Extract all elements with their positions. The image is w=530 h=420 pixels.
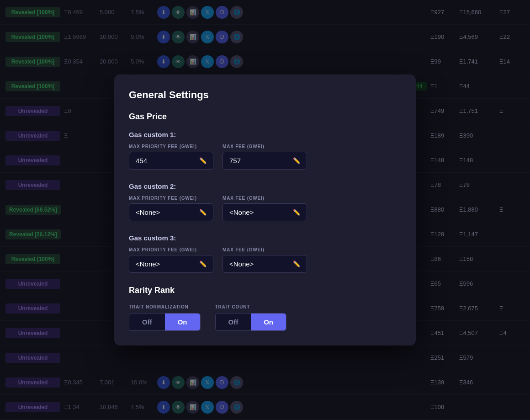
gas-custom-2-maxfee-label: MAX FEE (GWEI) — [223, 196, 307, 201]
gas-custom-3-maxfee-label: MAX FEE (GWEI) — [223, 247, 307, 252]
gas-custom-2-maxfee-value: <None> — [229, 208, 289, 216]
gas-custom-2-priority-edit-icon[interactable]: ✏️ — [199, 209, 207, 216]
trait-count-label: TRAIT COUNT — [215, 304, 287, 309]
gas-custom-3-priority-field: MAX PRIORITY FEE (GWEI) <None> ✏️ — [129, 247, 213, 273]
gas-custom-3-maxfee-value: <None> — [229, 260, 289, 268]
gas-custom-1-priority-field: MAX PRIORITY FEE (GWEI) 454 ✏️ — [129, 144, 213, 170]
trait-count-item: TRAIT COUNT Off On — [215, 304, 287, 331]
rarity-section-title: Rarity Rank — [129, 286, 401, 295]
rarity-section: Rarity Rank TRAIT NORMALIZATION Off On T… — [129, 286, 401, 331]
gas-custom-1-label: Gas custom 1: — [129, 131, 401, 138]
gas-custom-3-fields: MAX PRIORITY FEE (GWEI) <None> ✏️ MAX FE… — [129, 247, 401, 273]
trait-count-off-button[interactable]: Off — [216, 314, 251, 330]
trait-count-toggle[interactable]: Off On — [215, 313, 287, 331]
gas-custom-2-maxfee-input[interactable]: <None> ✏️ — [223, 203, 307, 221]
gas-custom-2-group: Gas custom 2: MAX PRIORITY FEE (GWEI) <N… — [129, 182, 401, 221]
gas-custom-2-maxfee-field: MAX FEE (GWEI) <None> ✏️ — [223, 196, 307, 221]
gas-custom-2-fields: MAX PRIORITY FEE (GWEI) <None> ✏️ MAX FE… — [129, 196, 401, 221]
gas-custom-1-maxfee-value: 757 — [229, 157, 289, 165]
gas-custom-3-priority-input[interactable]: <None> ✏️ — [129, 255, 213, 273]
gas-custom-2-label: Gas custom 2: — [129, 182, 401, 190]
trait-normalization-off-button[interactable]: Off — [129, 314, 165, 330]
modal-title: General Settings — [129, 89, 401, 101]
gas-custom-1-fields: MAX PRIORITY FEE (GWEI) 454 ✏️ MAX FEE (… — [129, 144, 401, 170]
gas-custom-1-priority-edit-icon[interactable]: ✏️ — [199, 157, 207, 164]
gas-custom-3-priority-value: <None> — [136, 260, 196, 268]
gas-custom-1-maxfee-edit-icon[interactable]: ✏️ — [293, 157, 300, 164]
gas-custom-2-priority-input[interactable]: <None> ✏️ — [129, 203, 213, 221]
trait-normalization-on-button[interactable]: On — [165, 314, 200, 330]
gas-custom-3-label: Gas custom 3: — [129, 234, 401, 242]
gas-custom-1-maxfee-field: MAX FEE (GWEI) 757 ✏️ — [223, 144, 307, 170]
gas-custom-1-priority-input[interactable]: 454 ✏️ — [129, 152, 213, 170]
gas-custom-1-maxfee-label: MAX FEE (GWEI) — [223, 144, 307, 149]
gas-custom-1-priority-label: MAX PRIORITY FEE (GWEI) — [129, 144, 213, 149]
general-settings-modal: General Settings Gas Price Gas custom 1:… — [114, 74, 416, 346]
trait-normalization-item: TRAIT NORMALIZATION Off On — [129, 304, 201, 331]
gas-custom-3-priority-edit-icon[interactable]: ✏️ — [199, 261, 207, 267]
gas-custom-3-maxfee-edit-icon[interactable]: ✏️ — [293, 261, 300, 267]
trait-normalization-toggle[interactable]: Off On — [129, 313, 201, 331]
gas-custom-1-maxfee-input[interactable]: 757 ✏️ — [223, 152, 307, 170]
toggle-row: TRAIT NORMALIZATION Off On TRAIT COUNT O… — [129, 304, 401, 331]
modal-overlay: General Settings Gas Price Gas custom 1:… — [0, 0, 530, 420]
gas-custom-1-group: Gas custom 1: MAX PRIORITY FEE (GWEI) 45… — [129, 131, 401, 170]
gas-custom-3-maxfee-input[interactable]: <None> ✏️ — [223, 255, 307, 273]
trait-normalization-label: TRAIT NORMALIZATION — [129, 304, 201, 309]
gas-custom-2-priority-field: MAX PRIORITY FEE (GWEI) <None> ✏️ — [129, 196, 213, 221]
gas-price-section-title: Gas Price — [129, 112, 401, 122]
gas-custom-1-priority-value: 454 — [136, 157, 196, 165]
gas-custom-3-maxfee-field: MAX FEE (GWEI) <None> ✏️ — [223, 247, 307, 273]
trait-count-on-button[interactable]: On — [251, 314, 286, 330]
gas-custom-2-priority-label: MAX PRIORITY FEE (GWEI) — [129, 196, 213, 201]
gas-custom-2-priority-value: <None> — [136, 208, 196, 216]
gas-custom-3-priority-label: MAX PRIORITY FEE (GWEI) — [129, 247, 213, 252]
gas-custom-3-group: Gas custom 3: MAX PRIORITY FEE (GWEI) <N… — [129, 234, 401, 273]
gas-custom-2-maxfee-edit-icon[interactable]: ✏️ — [293, 209, 300, 216]
